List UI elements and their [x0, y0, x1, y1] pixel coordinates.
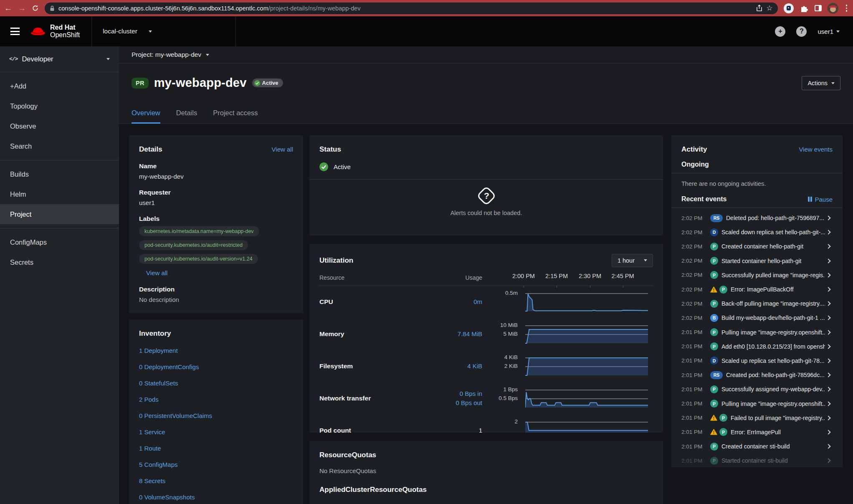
time-tick-label: 2:30 PM [579, 273, 601, 279]
event-row[interactable]: 2:01 PMPStarted container sti-build [681, 453, 833, 467]
chevron-right-icon[interactable] [826, 415, 830, 420]
sidebar-item-helm[interactable]: Helm [0, 184, 119, 204]
project-selector[interactable]: Project: my-webapp-dev [132, 51, 201, 58]
event-row[interactable]: 2:02 PMPCreated container hello-path-git [681, 239, 833, 253]
chevron-right-icon[interactable] [826, 387, 830, 392]
hamburger-menu-icon[interactable] [0, 28, 30, 35]
side-panel-icon[interactable] [815, 5, 822, 11]
chevron-right-icon[interactable] [826, 316, 830, 320]
chevron-down-icon[interactable] [206, 54, 209, 56]
event-row[interactable]: 2:01 PMDScaled up replica set hello-path… [681, 354, 833, 368]
chevron-right-icon[interactable] [826, 344, 830, 349]
event-row[interactable]: 2:02 PMPError: ImagePullBackOff [681, 282, 833, 296]
actions-button[interactable]: Actions [802, 76, 840, 90]
chevron-right-icon[interactable] [826, 230, 830, 235]
sidebar-item-project[interactable]: Project [0, 204, 119, 224]
perspective-switcher[interactable]: </> Developer [0, 46, 119, 72]
sidebar-item-observe[interactable]: Observe [0, 116, 119, 136]
browser-reload-icon[interactable] [32, 5, 39, 12]
sidebar-item-builds[interactable]: Builds [0, 164, 119, 184]
user-menu[interactable]: user1 [818, 28, 840, 35]
inventory-link-secrets[interactable]: 8 Secrets [139, 477, 293, 484]
chevron-right-icon[interactable] [826, 301, 830, 306]
browser-forward-icon[interactable]: → [18, 4, 26, 12]
sidebar-item-configmaps[interactable]: ConfigMaps [0, 232, 119, 252]
chevron-right-icon[interactable] [826, 273, 830, 277]
inventory-link-persistentvolumeclaims[interactable]: 0 PersistentVolumeClaims [139, 412, 293, 419]
event-row[interactable]: 2:01 PMRSCreated pod: hello-path-git-785… [681, 368, 833, 382]
browser-avatar[interactable] [828, 3, 838, 14]
chevron-right-icon[interactable] [826, 430, 830, 434]
usage-value[interactable]: 7.84 MiB [424, 329, 482, 339]
event-time: 2:02 PM [681, 258, 708, 264]
resource-badge-rs: RS [710, 371, 723, 379]
chevron-right-icon[interactable] [826, 330, 830, 334]
event-time: 2:01 PM [681, 386, 708, 393]
inventory-link-deployment[interactable]: 1 Deployment [139, 347, 293, 354]
inventory-link-route[interactable]: 1 Route [139, 445, 293, 452]
inventory-link-volumesnapshots[interactable]: 0 VolumeSnapshots [139, 494, 293, 501]
sidebar-item-secrets[interactable]: Secrets [0, 252, 119, 272]
status-card: Status Active ? Alerts could not be load… [309, 135, 663, 236]
browser-back-icon[interactable]: ← [4, 4, 12, 12]
resource-badge-p: P [710, 328, 718, 336]
event-row[interactable]: 2:01 PMPCreated container sti-build [681, 439, 833, 453]
extension-1password-icon[interactable] [784, 3, 794, 13]
event-row[interactable]: 2:02 PMBBuild my-webapp-dev/hello-path-g… [681, 311, 833, 325]
event-row[interactable]: 2:01 PMPPulling image "image-registry.op… [681, 325, 833, 339]
chevron-right-icon[interactable] [826, 258, 830, 263]
event-time: 2:02 PM [681, 286, 708, 293]
sidebar-item-topology[interactable]: Topology [0, 96, 119, 116]
inventory-link-configmaps[interactable]: 5 ConfigMaps [139, 461, 293, 468]
event-row[interactable]: 2:02 PMDScaled down replica set hello-pa… [681, 225, 833, 239]
view-events-link[interactable]: View events [799, 146, 833, 153]
chevron-right-icon[interactable] [826, 244, 830, 249]
event-row[interactable]: 2:02 PMPBack-off pulling image "image-re… [681, 296, 833, 311]
chevron-right-icon[interactable] [826, 287, 830, 291]
event-time: 2:02 PM [681, 301, 708, 307]
usage-value[interactable]: 0 Bps out [424, 398, 482, 408]
url-bar[interactable]: console-openshift-console.apps.cluster-5… [45, 3, 778, 14]
tab-overview[interactable]: Overview [132, 106, 160, 124]
inventory-link-service[interactable]: 1 Service [139, 428, 293, 436]
resource-badge-b: B [710, 314, 718, 322]
chevron-right-icon[interactable] [826, 215, 830, 220]
event-row[interactable]: 2:01 PMPError: ErrImagePull [681, 425, 833, 439]
resource-badge-p: P [710, 243, 718, 251]
sidebar-item-search[interactable]: Search [0, 136, 119, 156]
tab-details[interactable]: Details [176, 106, 197, 124]
add-plus-icon[interactable]: + [775, 26, 785, 37]
chevron-right-icon[interactable] [826, 358, 830, 363]
event-time: 2:01 PM [681, 343, 708, 350]
inventory-link-statefulsets[interactable]: 0 StatefulSets [139, 380, 293, 387]
extension-puzzle-icon[interactable] [800, 4, 809, 13]
event-row[interactable]: 2:02 PMRSDeleted pod: hello-path-git-759… [681, 211, 833, 225]
chevron-right-icon[interactable] [826, 458, 830, 463]
tab-project-access[interactable]: Project access [213, 106, 258, 124]
help-icon[interactable]: ? [796, 26, 807, 37]
event-time: 2:01 PM [681, 443, 708, 450]
browser-menu-icon[interactable] [844, 5, 849, 12]
chevron-right-icon[interactable] [826, 444, 830, 448]
sidebar-item-add[interactable]: +Add [0, 76, 119, 96]
inventory-link-pods[interactable]: 2 Pods [139, 396, 293, 403]
labels-view-all-link[interactable]: View all [146, 269, 167, 276]
event-row[interactable]: 2:01 PMPFailed to pull image "image-regi… [681, 411, 833, 425]
event-row[interactable]: 2:01 PMPPulling image "image-registry.op… [681, 396, 833, 410]
event-row[interactable]: 2:01 PMPSuccessfully assigned my-webapp-… [681, 382, 833, 396]
event-row[interactable]: 2:01 PMPAdd eth0 [10.128.0.215/23] from … [681, 339, 833, 354]
duration-dropdown[interactable]: 1 hour [612, 254, 653, 267]
chevron-right-icon[interactable] [826, 401, 830, 406]
event-row[interactable]: 2:02 PMPStarted container hello-path-git [681, 254, 833, 268]
usage-value[interactable]: 0m [424, 297, 482, 306]
share-icon[interactable] [756, 5, 762, 12]
cluster-selector[interactable]: local-cluster [91, 16, 236, 46]
bookmark-star-icon[interactable]: ☆ [766, 4, 772, 13]
usage-value[interactable]: 4 KiB [424, 362, 482, 371]
chevron-right-icon[interactable] [826, 372, 830, 377]
inventory-link-deploymentconfigs[interactable]: 0 DeploymentConfigs [139, 363, 293, 370]
pause-events-button[interactable]: Pause [808, 196, 833, 203]
event-row[interactable]: 2:02 PMPSuccessfully pulled image "image… [681, 268, 833, 282]
usage-value[interactable]: 0 Bps in [424, 389, 482, 398]
details-view-all-link[interactable]: View all [272, 146, 293, 153]
